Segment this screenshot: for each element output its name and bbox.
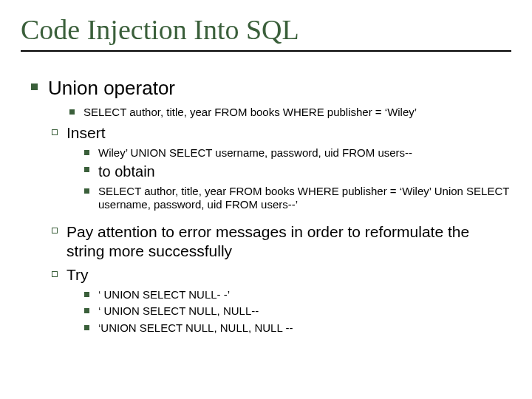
bullet-try: Try: [52, 266, 511, 284]
square-bullet-icon: [69, 109, 75, 115]
bullet-null-3: ‘UNION SELECT NULL, NULL, NULL --: [84, 321, 511, 335]
bullet-union-operator: Union operator: [31, 77, 511, 100]
text: ‘ UNION SELECT NULL- -’: [98, 288, 511, 302]
text: SELECT author, title, year FROM books WH…: [83, 106, 511, 120]
text: SELECT author, title, year FROM books WH…: [98, 185, 511, 213]
text: ‘UNION SELECT NULL, NULL, NULL --: [98, 321, 511, 335]
open-square-bullet-icon: [52, 228, 58, 233]
bullet-to-obtain: to obtain: [84, 163, 511, 180]
bullet-select-wiley: SELECT author, title, year FROM books WH…: [69, 106, 511, 120]
bullet-null-2: ‘ UNION SELECT NULL, NULL--: [84, 304, 511, 318]
bullet-full-query: SELECT author, title, year FROM books WH…: [84, 185, 511, 213]
text: Union operator: [48, 77, 511, 100]
open-square-bullet-icon: [52, 129, 58, 135]
slide-title: Code Injection Into SQL: [21, 13, 511, 46]
square-bullet-icon: [31, 83, 38, 90]
bullet-union-select-users: Wiley’ UNION SELECT username, password, …: [84, 146, 511, 160]
text: Insert: [66, 124, 511, 142]
text: Wiley’ UNION SELECT username, password, …: [98, 146, 511, 160]
slide: Code Injection Into SQL Union operator S…: [0, 0, 532, 399]
text: to obtain: [98, 163, 511, 180]
bullet-null-1: ‘ UNION SELECT NULL- -’: [84, 288, 511, 302]
text: ‘ UNION SELECT NULL, NULL--: [98, 304, 511, 318]
bullet-insert: Insert: [52, 124, 511, 142]
square-bullet-icon: [84, 292, 89, 297]
bullet-pay-attention: Pay attention to error messages in order…: [52, 222, 511, 262]
square-bullet-icon: [84, 188, 89, 194]
square-bullet-icon: [84, 150, 89, 155]
title-rule: [21, 50, 511, 52]
square-bullet-icon: [84, 308, 89, 313]
square-bullet-icon: [84, 325, 89, 330]
text: Try: [66, 266, 511, 284]
open-square-bullet-icon: [52, 271, 58, 277]
square-bullet-icon: [84, 167, 89, 172]
text: Pay attention to error messages in order…: [66, 222, 511, 262]
